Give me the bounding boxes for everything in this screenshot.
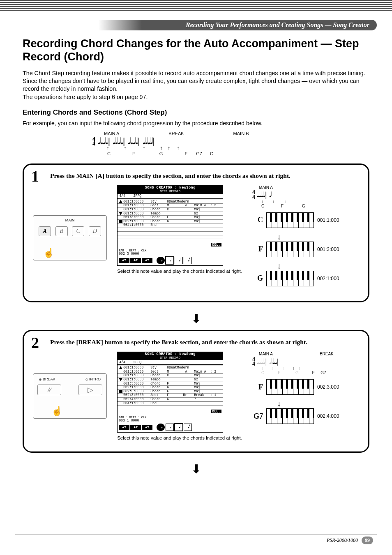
- time-signature: 44: [92, 137, 95, 146]
- chord-entry: G7 002:4:000: [252, 408, 359, 424]
- chord-entry: F 001:3:000: [252, 242, 359, 257]
- intro-paragraph: The Chord Step recording feature makes i…: [23, 69, 369, 101]
- hand-pointer-icon: ☝: [51, 406, 62, 417]
- chord-labels: C F G F G7 C: [107, 152, 369, 156]
- event-row: 004:1:0000End: [118, 223, 223, 227]
- section-label: MAIN A: [259, 185, 359, 190]
- event-row: 002:3:0000SectF BrBreak : 1: [118, 393, 223, 397]
- footer-rule: [15, 534, 377, 534]
- event-row: 001:1:0000Tempo92: [118, 378, 223, 382]
- main-c-button[interactable]: C: [72, 226, 84, 236]
- note-value-eighth[interactable]: 𝅘𝅥𝅮: [184, 257, 192, 264]
- mini-notation: MAIN A 44 𝅘𝅥 𝅘𝅥 𝅘𝅥 𝅘𝅥 | 𝅘𝅥 ↑ ↑ ↑ C F G: [252, 185, 359, 208]
- flow-arrow-icon: ⬇: [23, 462, 369, 476]
- note-icon: 𝅘𝅥 𝅘𝅥 |: [273, 358, 279, 365]
- spin-control[interactable]: ▲▼: [142, 425, 152, 430]
- event-row: 001:1:0000ChordCMaj: [118, 207, 223, 212]
- step-instruction: Press the [BREAK] button to specify the …: [50, 339, 359, 346]
- lcd-subtitle: STEP RECORD: [118, 190, 223, 194]
- keyboard-icon: [266, 212, 314, 228]
- section-label: BREAK: [168, 131, 184, 136]
- note-value-eighth[interactable]: 𝅘𝅥𝅮: [184, 424, 192, 431]
- note-icon: 𝅘𝅥 𝅘𝅥 𝅘𝅥 𝅘𝅥 | 𝅘𝅥: [257, 191, 269, 198]
- event-row: 001:3:0000ChordFMaj: [118, 382, 223, 386]
- spin-control[interactable]: ▲▼: [119, 258, 129, 263]
- chord-entry-column: MAIN A 44 𝅘𝅥 𝅘𝅥 𝅘𝅥 𝅘𝅥 | 𝅘𝅥 ↑ ↑ ↑ C F G: [252, 185, 359, 290]
- event-row: 001:1:0000Sty8BeatModern: [118, 366, 223, 370]
- note-value-quarter[interactable]: 𝅘𝅥: [175, 257, 183, 264]
- event-row: 001:1:0000Sty8BeatModern: [118, 200, 223, 204]
- lcd-subtitle: STEP RECORD: [118, 357, 223, 360]
- step-2-box: 2 Press the [BREAK] button to specify th…: [23, 330, 369, 453]
- keyboard-icon: [266, 242, 314, 257]
- hand-pointer-icon: ☝: [43, 248, 54, 258]
- keyboard-icon: [266, 379, 314, 395]
- note-value-quarter[interactable]: 𝅘𝅥: [175, 424, 183, 431]
- note-value-half[interactable]: 𝅗𝅥: [166, 424, 174, 431]
- step-instruction: Press the MAIN [A] button to specify the…: [50, 172, 359, 180]
- break-button[interactable]: ⫽: [37, 385, 61, 395]
- lcd-title: SONG CREATOR : NewSong: [118, 352, 223, 357]
- note-value-whole[interactable]: 𝅝: [157, 257, 165, 264]
- arrow-icon: ↑ ↑ ↑ ↑ ↑ ↑: [106, 145, 180, 151]
- top-hatching: [0, 0, 392, 12]
- bar-beat-clk-value: 003 1 0000: [119, 419, 221, 423]
- note-value-whole[interactable]: 𝅝: [157, 424, 165, 431]
- section-label: MAIN B: [233, 131, 249, 136]
- panel-legend: MAIN: [65, 218, 75, 222]
- del-button[interactable]: DEL.: [211, 243, 222, 246]
- panel-main-buttons: MAIN A B C D ☝: [33, 215, 107, 260]
- lcd-caption: Select this note value and play the chor…: [117, 268, 242, 274]
- chord-entry: G 002:1:000: [252, 271, 359, 286]
- bar-beat-clk-value: 002 3 0000: [119, 252, 221, 256]
- step-number: 1: [31, 167, 39, 185]
- event-row: 001:1:0000ChordCMaj: [118, 373, 223, 378]
- footer: PSR-2000/1000 99: [327, 537, 373, 544]
- lcd-caption: Select this note value and play the chor…: [117, 435, 242, 441]
- keyboard-icon: [266, 271, 314, 286]
- chord-entry: F 002:3:000: [252, 379, 359, 395]
- page-content: Recording Chord Changes for the Auto Acc…: [23, 37, 369, 480]
- led-icon: [85, 378, 88, 381]
- spin-control[interactable]: ▲▼: [119, 425, 129, 430]
- example-line: For example, you can input the following…: [23, 120, 369, 127]
- flow-arrow-icon: ⬇: [23, 311, 369, 326]
- spin-control[interactable]: ▲▼: [142, 258, 152, 263]
- chord-progression-notation: MAIN A BREAK MAIN B 44 𝅘𝅥 𝅘𝅥 𝅘𝅥 𝅘𝅥 | 𝅘𝅥 …: [92, 131, 369, 156]
- lcd-screen: SONG CREATOR : NewSong STEP RECORD 4/4 2…: [117, 352, 223, 433]
- event-row: 002:4:0000ChordG7: [118, 397, 223, 401]
- event-row: 001:1:0000Tempo92: [118, 212, 223, 216]
- note-value-half[interactable]: 𝅗𝅥: [166, 257, 174, 264]
- arrow-icon: ↓: [277, 261, 359, 271]
- event-row: 001:1:0000SectM AMain A : 2: [118, 370, 223, 374]
- section-label: MAIN A: [104, 131, 119, 136]
- spin-control[interactable]: ▲▼: [130, 425, 141, 430]
- event-row: 001:1:0000SectM AMain A : 2: [118, 203, 223, 207]
- time-signature: 44: [252, 357, 255, 366]
- main-d-button[interactable]: D: [89, 226, 101, 236]
- time-signature: 44: [252, 190, 255, 199]
- lcd-column: SONG CREATOR : NewSong STEP RECORD 4/4 2…: [117, 185, 242, 274]
- section-header: Recording Your Performances and Creating…: [15, 20, 377, 30]
- panel-break-intro: BREAK INTRO ⫽ ▷ ☝: [33, 373, 107, 419]
- page-title: Recording Chord Changes for the Auto Acc…: [23, 37, 369, 64]
- keyboard-icon: [266, 408, 314, 424]
- step-number: 2: [31, 334, 39, 352]
- event-row: 002:1:0000ChordGMaj: [118, 219, 223, 223]
- chord-entry: C 001:1:000: [252, 212, 359, 228]
- intro-button[interactable]: ▷: [78, 385, 102, 395]
- del-button[interactable]: DEL.: [211, 410, 222, 413]
- spin-control[interactable]: ▲▼: [130, 258, 141, 263]
- breadcrumb: Recording Your Performances and Creating…: [186, 21, 369, 29]
- page-number: 99: [362, 537, 373, 544]
- event-row: 002:1:0000ChordGMaj: [118, 385, 223, 389]
- main-a-button[interactable]: A: [39, 226, 51, 236]
- arrow-icon: ↓: [277, 232, 359, 242]
- main-b-button[interactable]: B: [55, 226, 68, 236]
- mini-notation: MAIN A BREAK 44 𝅘𝅥 𝅘𝅥 𝅘𝅥 𝅘𝅥 | 𝅘𝅥 𝅘𝅥 𝅘𝅥 𝅘…: [252, 352, 359, 375]
- note-icon: 𝅘𝅥 𝅘𝅥 𝅘𝅥 𝅘𝅥 | 𝅘𝅥 𝅘𝅥: [257, 358, 271, 365]
- event-row: 002:3:0000ChordFMaj: [118, 389, 223, 394]
- subsection-title: Entering Chords and Sections (Chord Step…: [23, 108, 369, 117]
- led-icon: [39, 378, 42, 381]
- event-row: 001:3:0000ChordFMaj: [118, 215, 223, 219]
